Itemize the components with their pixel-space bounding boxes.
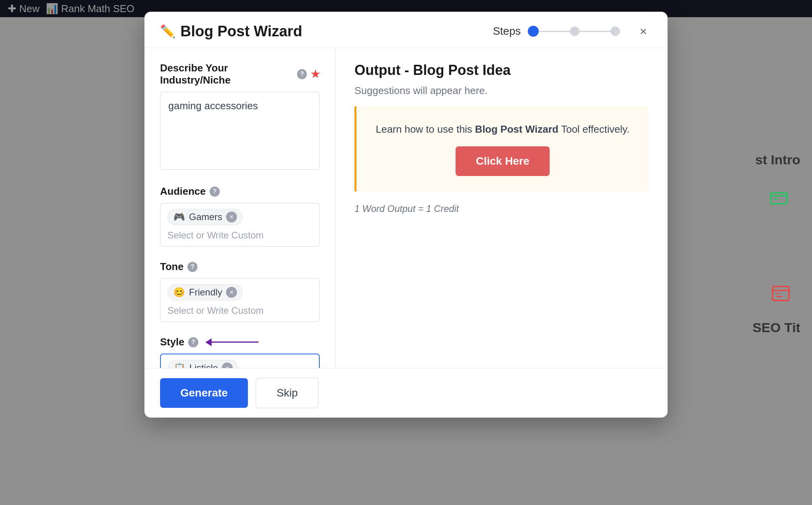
modal-body: Describe Your Industry/Niche ? ★ gaming … bbox=[144, 48, 668, 368]
industry-label-text: Describe Your Industry/Niche bbox=[160, 62, 293, 86]
steps-group: Steps × bbox=[493, 23, 652, 40]
style-label-row: Style ? bbox=[160, 336, 320, 348]
audience-placeholder: Select or Write Custom bbox=[167, 230, 264, 241]
close-button[interactable]: × bbox=[635, 23, 652, 40]
left-panel: Describe Your Industry/Niche ? ★ gaming … bbox=[144, 48, 336, 368]
info-box: Learn how to use this Blog Post Wizard T… bbox=[354, 106, 649, 192]
steps-label: Steps bbox=[493, 25, 521, 37]
step-line-2 bbox=[579, 31, 611, 32]
audience-label-text: Audience bbox=[160, 185, 206, 197]
svg-rect-3 bbox=[773, 286, 789, 301]
listicle-remove-button[interactable]: × bbox=[222, 363, 233, 368]
style-section: Style ? 📋 Listicle × bbox=[160, 336, 320, 368]
tone-tag-input[interactable]: 😊 Friendly × Select or Write Custom bbox=[160, 278, 320, 322]
audience-tag-gamers: 🎮 Gamers × bbox=[167, 209, 243, 225]
tone-label-text: Tone bbox=[160, 261, 183, 273]
industry-help-icon[interactable]: ? bbox=[297, 69, 307, 79]
steps-track bbox=[528, 26, 620, 37]
tone-section: Tone ? 😊 Friendly × Select or Write Cust… bbox=[160, 261, 320, 322]
tone-help-icon[interactable]: ? bbox=[187, 262, 198, 272]
modal-header: ✏️ Blog Post Wizard Steps × bbox=[144, 12, 668, 48]
svg-rect-0 bbox=[771, 193, 787, 204]
modal-title: Blog Post Wizard bbox=[180, 23, 302, 40]
friendly-remove-button[interactable]: × bbox=[226, 287, 237, 298]
required-star: ★ bbox=[311, 68, 320, 80]
right-panel: Output - Blog Post Idea Suggestions will… bbox=[336, 48, 668, 368]
gamers-remove-button[interactable]: × bbox=[226, 212, 237, 222]
generate-button[interactable]: Generate bbox=[160, 378, 248, 408]
blog-post-wizard-modal: ✏️ Blog Post Wizard Steps × Describe You… bbox=[144, 12, 668, 418]
gamers-label: Gamers bbox=[189, 212, 222, 222]
bg-text-post-intro: st Intro bbox=[755, 152, 800, 167]
style-arrow-annotation bbox=[205, 338, 258, 346]
arrow-head bbox=[205, 338, 212, 346]
modal-title-group: ✏️ Blog Post Wizard bbox=[160, 23, 302, 40]
info-box-text: Learn how to use this Blog Post Wizard T… bbox=[376, 122, 629, 137]
style-tag-input[interactable]: 📋 Listicle × bbox=[160, 354, 320, 368]
pencil-icon: ✏️ bbox=[160, 24, 176, 39]
modal-footer: Generate Skip bbox=[144, 368, 668, 418]
industry-section: Describe Your Industry/Niche ? ★ gaming … bbox=[160, 62, 320, 171]
output-subtitle: Suggestions will appear here. bbox=[354, 85, 649, 97]
audience-help-icon[interactable]: ? bbox=[210, 187, 220, 197]
right-panel-icon bbox=[769, 191, 789, 207]
listicle-emoji: 📋 bbox=[174, 363, 185, 368]
info-tool-name: Blog Post Wizard bbox=[475, 123, 559, 135]
tone-label-row: Tone ? bbox=[160, 261, 320, 273]
bg-text-seo-title: SEO Tit bbox=[753, 320, 800, 335]
friendly-label: Friendly bbox=[189, 287, 222, 298]
right-panel-icon-2 bbox=[771, 285, 791, 304]
click-here-button[interactable]: Click Here bbox=[456, 146, 550, 176]
tone-tag-friendly: 😊 Friendly × bbox=[167, 284, 243, 301]
step-2-dot bbox=[570, 27, 579, 36]
style-tag-listicle: 📋 Listicle × bbox=[168, 360, 239, 368]
audience-tag-input[interactable]: 🎮 Gamers × Select or Write Custom bbox=[160, 203, 320, 247]
friendly-emoji: 😊 bbox=[173, 287, 185, 298]
audience-section: Audience ? 🎮 Gamers × Select or Write Cu… bbox=[160, 185, 320, 247]
step-line-1 bbox=[539, 31, 570, 32]
step-1-dot bbox=[528, 26, 539, 37]
step-3-dot bbox=[611, 27, 620, 36]
listicle-label: Listicle bbox=[189, 363, 218, 368]
tone-placeholder: Select or Write Custom bbox=[167, 305, 264, 316]
output-title: Output - Blog Post Idea bbox=[354, 62, 649, 78]
credit-note: 1 Word Output = 1 Credit bbox=[354, 203, 649, 214]
style-label-text: Style bbox=[160, 336, 184, 348]
industry-textarea[interactable]: gaming accessories bbox=[160, 92, 320, 170]
style-help-icon[interactable]: ? bbox=[188, 337, 198, 347]
industry-label-row: Describe Your Industry/Niche ? ★ bbox=[160, 62, 320, 86]
arrow-line bbox=[212, 341, 258, 343]
gamers-emoji: 🎮 bbox=[173, 212, 185, 222]
audience-label-row: Audience ? bbox=[160, 185, 320, 197]
skip-button[interactable]: Skip bbox=[256, 378, 318, 408]
